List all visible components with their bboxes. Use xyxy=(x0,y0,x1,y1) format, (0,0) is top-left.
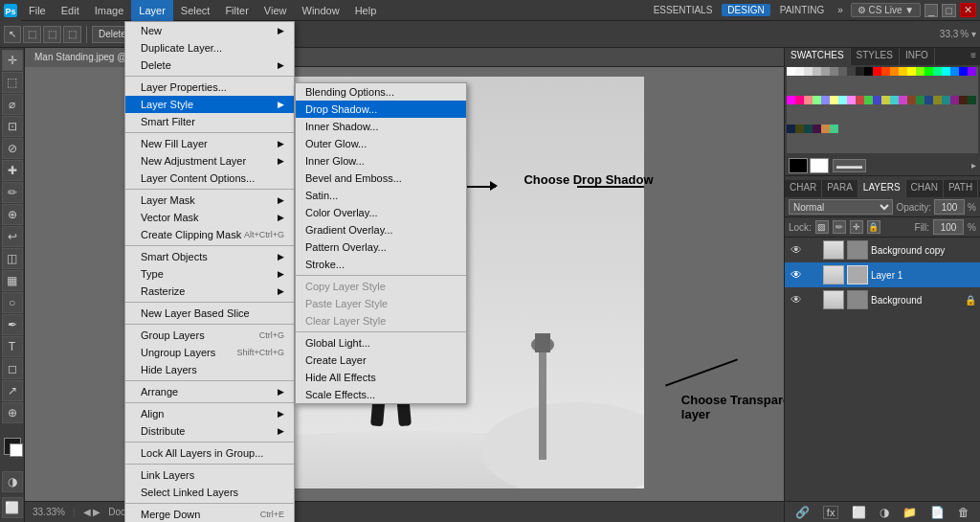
status-arrows[interactable]: ◀ ▶ xyxy=(83,507,101,517)
menu-item-new-adjustment[interactable]: New Adjustment Layer▶ xyxy=(125,152,294,170)
tool-arrow[interactable]: ↖ xyxy=(4,26,21,43)
lock-image[interactable]: ✏ xyxy=(833,220,846,234)
layers-folder-btn[interactable]: 📁 xyxy=(902,506,917,519)
menu-item-distribute[interactable]: Distribute▶ xyxy=(125,422,294,440)
tool-history[interactable]: ↩ xyxy=(2,226,23,247)
layer-name-layer1[interactable]: Layer 1 xyxy=(871,270,976,281)
tab-chan[interactable]: CHAN xyxy=(906,180,944,197)
tab-swatches[interactable]: SWATCHES xyxy=(785,48,851,65)
sub-satin[interactable]: Satin... xyxy=(296,187,466,204)
sub-gradient-overlay[interactable]: Gradient Overlay... xyxy=(296,221,466,238)
layers-fx-btn[interactable]: fx xyxy=(823,506,839,519)
sub-inner-glow[interactable]: Inner Glow... xyxy=(296,152,466,170)
panel-menu-btn[interactable]: ≡ xyxy=(967,48,980,65)
painting-btn[interactable]: PAINTING xyxy=(774,4,830,16)
menu-item-new-fill[interactable]: New Fill Layer▶ xyxy=(125,135,294,152)
layer-name-bg[interactable]: Background xyxy=(871,295,962,306)
tool-clone[interactable]: ⊕ xyxy=(2,204,23,225)
menu-item-group-layers[interactable]: Group LayersCtrl+G xyxy=(125,327,294,344)
menu-filter[interactable]: Filter xyxy=(217,0,256,21)
tool-options[interactable]: ⬚ ⬚ ⬚ xyxy=(23,26,81,43)
menu-item-clipping-mask[interactable]: Create Clipping MaskAlt+Ctrl+G xyxy=(125,226,294,243)
tool-shape[interactable]: ◻ xyxy=(2,358,23,379)
tool-text[interactable]: T xyxy=(2,336,23,357)
layers-link-btn[interactable]: 🔗 xyxy=(795,506,810,519)
menu-item-new[interactable]: New▶ xyxy=(125,22,294,39)
layer-name-bg-copy[interactable]: Background copy xyxy=(871,245,976,256)
menu-file[interactable]: File xyxy=(21,0,54,21)
tab-info[interactable]: INFO xyxy=(900,48,935,65)
menu-item-smart-objects[interactable]: Smart Objects▶ xyxy=(125,248,294,265)
tool-crop[interactable]: ⊡ xyxy=(2,116,23,137)
fill-value[interactable]: 100 xyxy=(933,219,964,235)
layer-row-bg-copy[interactable]: 👁 Background copy xyxy=(785,238,980,262)
menu-item-arrange[interactable]: Arrange▶ xyxy=(125,383,294,400)
menu-item-merge-down[interactable]: Merge DownCtrl+E xyxy=(125,506,294,522)
menu-item-layer-style[interactable]: Layer Style▶ xyxy=(125,96,294,113)
tool-eraser[interactable]: ◫ xyxy=(2,248,23,269)
tool-path[interactable]: ↗ xyxy=(2,380,23,401)
sub-scale-effects[interactable]: Scale Effects... xyxy=(296,386,466,403)
sub-outer-glow[interactable]: Outer Glow... xyxy=(296,135,466,152)
tab-layers[interactable]: LAYERS xyxy=(858,180,906,197)
layer-row-layer1[interactable]: 👁 Layer 1 xyxy=(785,262,980,287)
menu-item-ungroup-layers[interactable]: Ungroup LayersShift+Ctrl+G xyxy=(125,344,294,361)
window-minimize[interactable]: _ xyxy=(924,4,938,17)
sub-pattern-overlay[interactable]: Pattern Overlay... xyxy=(296,238,466,256)
layers-delete-btn[interactable]: 🗑 xyxy=(958,506,969,519)
tool-gradient[interactable]: ▦ xyxy=(2,270,23,291)
tab-para[interactable]: PARA xyxy=(822,180,858,197)
cs-live-btn[interactable]: ⚙ CS Live ▼ xyxy=(851,3,921,17)
menu-item-new-layer-slice[interactable]: New Layer Based Slice xyxy=(125,305,294,322)
menu-item-hide-layers[interactable]: Hide Layers xyxy=(125,361,294,378)
window-close[interactable]: ✕ xyxy=(960,3,976,17)
menu-edit[interactable]: Edit xyxy=(54,0,87,21)
screen-mode[interactable]: ⬜ xyxy=(2,497,23,518)
quick-mask[interactable]: ◑ xyxy=(2,471,23,492)
menu-view[interactable]: View xyxy=(256,0,295,21)
menu-item-link-layers[interactable]: Link Layers xyxy=(125,466,294,484)
sub-inner-shadow[interactable]: Inner Shadow... xyxy=(296,118,466,135)
sub-hide-all-effects[interactable]: Hide All Effects xyxy=(296,369,466,386)
menu-item-rasterize[interactable]: Rasterize▶ xyxy=(125,283,294,300)
menu-item-duplicate[interactable]: Duplicate Layer... xyxy=(125,39,294,57)
tool-eyedropper[interactable]: ⊘ xyxy=(2,138,23,159)
sub-stroke[interactable]: Stroke... xyxy=(296,256,466,273)
lock-transparent[interactable]: ▨ xyxy=(815,220,829,234)
menu-layer[interactable]: Layer xyxy=(131,0,173,21)
design-btn[interactable]: DESIGN xyxy=(722,4,769,16)
menu-window[interactable]: Window xyxy=(295,0,347,21)
tool-dodge[interactable]: ○ xyxy=(2,292,23,313)
menu-item-lock-all[interactable]: Lock All Layers in Group... xyxy=(125,444,294,462)
more-btn[interactable]: » xyxy=(834,4,847,16)
opacity-value[interactable]: 100 xyxy=(934,199,965,215)
foreground-swatch[interactable] xyxy=(789,158,808,173)
sub-create-layer[interactable]: Create Layer xyxy=(296,352,466,369)
menu-item-align[interactable]: Align▶ xyxy=(125,405,294,422)
layer-eye-layer1[interactable]: 👁 xyxy=(789,267,804,283)
tab-char[interactable]: CHAR xyxy=(785,180,822,197)
lock-position[interactable]: ✛ xyxy=(850,220,863,234)
menu-item-layer-content[interactable]: Layer Content Options... xyxy=(125,170,294,187)
sub-clear-layer-style[interactable]: Clear Layer Style xyxy=(296,312,466,329)
menu-image[interactable]: Image xyxy=(87,0,132,21)
layer-eye-bg[interactable]: 👁 xyxy=(789,292,804,307)
menu-item-select-linked[interactable]: Select Linked Layers xyxy=(125,484,294,501)
menu-item-smart-filter[interactable]: Smart Filter xyxy=(125,113,294,130)
sub-color-overlay[interactable]: Color Overlay... xyxy=(296,204,466,221)
menu-item-layer-mask[interactable]: Layer Mask▶ xyxy=(125,192,294,209)
layers-adj-btn[interactable]: ◑ xyxy=(880,506,889,519)
sub-copy-layer-style[interactable]: Copy Layer Style xyxy=(296,278,466,295)
sub-bevel-emboss[interactable]: Bevel and Emboss... xyxy=(296,170,466,187)
tool-zoom[interactable]: ⊕ xyxy=(2,402,23,423)
layer-eye-bg-copy[interactable]: 👁 xyxy=(789,242,804,258)
tool-selection[interactable]: ⬚ xyxy=(2,72,23,93)
lock-all[interactable]: 🔒 xyxy=(867,220,880,234)
layers-new-btn[interactable]: 📄 xyxy=(930,506,945,519)
color-sliders-btn[interactable]: ▬▬▬ xyxy=(833,159,866,172)
tool-lasso[interactable]: ⌀ xyxy=(2,94,23,115)
tool-pen[interactable]: ✒ xyxy=(2,314,23,335)
sub-drop-shadow[interactable]: Drop Shadow... xyxy=(296,101,466,118)
menu-item-type[interactable]: Type▶ xyxy=(125,265,294,283)
menu-item-vector-mask[interactable]: Vector Mask▶ xyxy=(125,209,294,226)
